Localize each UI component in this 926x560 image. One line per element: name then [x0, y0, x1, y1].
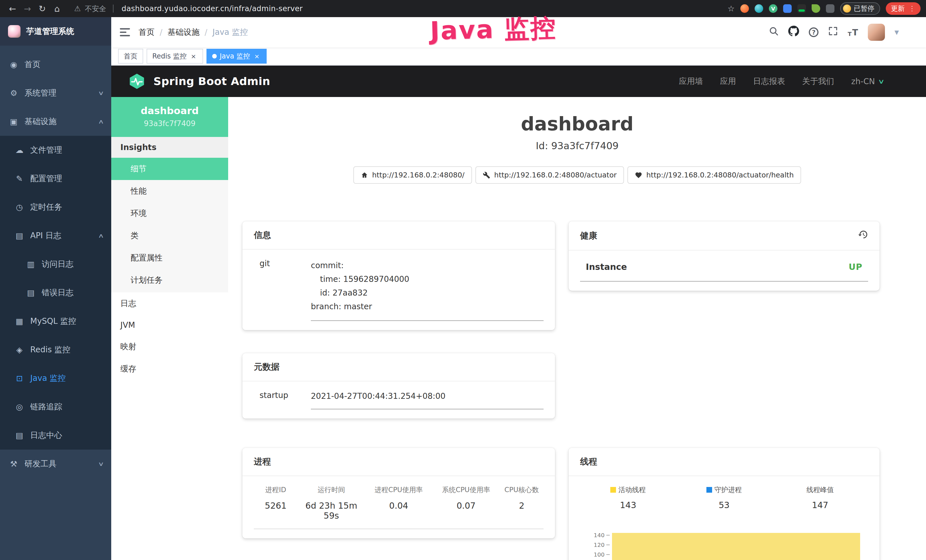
search-icon[interactable] — [769, 26, 779, 38]
browser-back-icon[interactable]: ← — [6, 2, 20, 15]
app-logo — [8, 25, 21, 38]
sidebar-item-mysql-monitor[interactable]: ▦ MySQL 监控 — [0, 307, 111, 336]
menu-item-classes[interactable]: 类 — [111, 224, 228, 247]
sidebar-item-label: 配置管理 — [30, 173, 62, 184]
tab-redis-monitor[interactable]: Redis 监控 × — [147, 49, 203, 64]
cloud-icon: ☁ — [15, 145, 24, 155]
security-warning-label[interactable]: 不安全 — [85, 4, 106, 14]
menu-item-details[interactable]: 细节 — [111, 158, 228, 180]
legend-label: 线程峰值 — [806, 485, 834, 494]
tick-label: 140 — [594, 532, 605, 539]
info-card: 信息 git commit: time: 1596289704000 id: 2… — [242, 221, 555, 330]
sba-nav-applications[interactable]: 应用 — [720, 76, 736, 87]
breadcrumb-infrastructure[interactable]: 基础设施 — [167, 27, 199, 38]
tab-java-monitor[interactable]: Java 监控 × — [206, 49, 266, 64]
sba-nav-journal[interactable]: 日志报表 — [753, 76, 785, 87]
extension-icon-6[interactable] — [812, 4, 820, 13]
locale-label: zh-CN — [851, 77, 875, 86]
browser-reload-icon[interactable]: ↻ — [35, 2, 49, 15]
sba-nav-wallboard[interactable]: 应用墙 — [679, 76, 703, 87]
browser-toolbar-right: ☆ V 已暂停 更新 ⋮ — [728, 2, 921, 15]
chevron-down-icon[interactable]: ▼ — [895, 29, 899, 36]
app-logo-row[interactable]: 芋道管理系统 — [0, 17, 111, 45]
instance-header[interactable]: dashboard 93a3fc7f7409 — [111, 97, 228, 137]
help-icon[interactable]: ? — [809, 27, 819, 37]
service-url-link[interactable]: http://192.168.0.2:48080/ — [353, 166, 472, 184]
threads-card-header: 线程 — [569, 448, 879, 476]
screen: ← → ↻ ⌂ ⚠ 不安全 dashboard.yudao.iocoder.cn… — [0, 0, 926, 560]
menu-item-scheduled-tasks[interactable]: 计划任务 — [111, 269, 228, 291]
extension-icon-5[interactable] — [797, 4, 806, 13]
process-stat-uptime: 运行时间 6d 23h 15m 59s — [298, 485, 365, 521]
close-icon[interactable]: × — [189, 52, 197, 60]
sidebar-item-java-monitor[interactable]: ⊡ Java 监控 — [0, 364, 111, 392]
sidebar-item-config-management[interactable]: ✎ 配置管理 — [0, 164, 111, 193]
sidebar-item-scheduled-jobs[interactable]: ◷ 定时任务 — [0, 193, 111, 221]
sidebar-item-log-center[interactable]: ▤ 日志中心 — [0, 421, 111, 450]
history-icon[interactable] — [858, 229, 868, 242]
menu-item-config-props[interactable]: 配置属性 — [111, 247, 228, 269]
sidebar-item-access-logs[interactable]: ▥ 访问日志 — [0, 250, 111, 278]
menu-item-performance[interactable]: 性能 — [111, 180, 228, 202]
menu-item-caches[interactable]: 缓存 — [111, 358, 228, 380]
bookmark-star-icon[interactable]: ☆ — [728, 4, 735, 14]
paused-extension-badge[interactable]: 已暂停 — [840, 2, 880, 15]
extension-icon-4[interactable] — [783, 4, 792, 13]
sidebar-item-infrastructure[interactable]: ▣ 基础设施 ∧ — [0, 107, 111, 136]
sidebar-item-trace[interactable]: ◎ 链路追踪 — [0, 392, 111, 421]
vue-devtools-extension-icon[interactable]: V — [769, 4, 778, 13]
menu-kebab-icon[interactable]: ⋮ — [909, 5, 915, 12]
close-icon[interactable]: × — [253, 52, 261, 60]
breadcrumb-home[interactable]: 首页 — [139, 27, 154, 38]
sba-content: dashboard Id: 93a3fc7f7409 http://192.16… — [228, 97, 926, 560]
extension-icon-2[interactable] — [755, 4, 763, 13]
update-button[interactable]: 更新 ⋮ — [886, 2, 921, 15]
sidebar-item-api-logs[interactable]: ▤ API 日志 ∧ — [0, 221, 111, 250]
fullscreen-icon[interactable] — [828, 26, 838, 38]
process-stat-header: 进程CPU使用率 — [365, 485, 432, 494]
extensions-puzzle-icon[interactable] — [826, 4, 834, 13]
url-text[interactable]: dashboard.yudao.iocoder.cn/infra/admin-s… — [121, 4, 303, 13]
sidebar-item-error-logs[interactable]: ▤ 错误日志 — [0, 278, 111, 307]
health-url-link[interactable]: http://192.168.0.2:48080/actuator/health — [627, 166, 801, 184]
avatar[interactable] — [868, 24, 885, 41]
sba-brand[interactable]: Spring Boot Admin — [153, 75, 270, 88]
sidebar-item-redis-monitor[interactable]: ◈ Redis 监控 — [0, 336, 111, 364]
browser-forward-icon[interactable]: → — [21, 2, 34, 15]
security-warning-icon[interactable]: ⚠ — [74, 4, 81, 13]
browser-home-icon[interactable]: ⌂ — [50, 2, 64, 15]
eye-icon: ◎ — [15, 402, 24, 412]
update-label: 更新 — [891, 4, 905, 13]
log-icon: ▤ — [26, 288, 35, 298]
sidebar-item-system-management[interactable]: ⚙ 系统管理 ∨ — [0, 79, 111, 107]
locale-select[interactable]: zh-CN ∨ — [851, 77, 884, 86]
instance-name: dashboard — [120, 105, 219, 117]
font-size-icon[interactable]: TT — [847, 27, 858, 37]
chevron-up-icon: ∧ — [98, 118, 104, 125]
sidebar-item-file-management[interactable]: ☁ 文件管理 — [0, 136, 111, 164]
sba-logo-icon — [128, 73, 145, 90]
breadcrumb-current: Java 监控 — [212, 27, 248, 38]
process-stat-value: 5261 — [254, 501, 298, 511]
sidebar-item-label: Java 监控 — [30, 373, 66, 384]
service-url-label: http://192.168.0.2:48080/ — [372, 171, 465, 179]
extension-icon-1[interactable] — [740, 4, 749, 13]
sidebar-item-dev-tools[interactable]: ⚒ 研发工具 ∨ — [0, 450, 111, 478]
threads-chart: 140 120 100 — [580, 532, 868, 560]
menu-item-mappings[interactable]: 映射 — [111, 336, 228, 358]
sba-sidebar: dashboard 93a3fc7f7409 Insights 细节 性能 环境… — [111, 97, 228, 560]
menu-item-logs[interactable]: 日志 — [111, 292, 228, 315]
tab-home[interactable]: 首页 — [118, 49, 143, 64]
actuator-url-link[interactable]: http://192.168.0.2:48080/actuator — [475, 166, 624, 184]
sba-nav-about[interactable]: 关于我们 — [802, 76, 834, 87]
process-stat-pid: 进程ID 5261 — [254, 485, 298, 521]
github-icon[interactable] — [788, 26, 799, 39]
menu-item-jvm[interactable]: JVM — [111, 315, 228, 336]
menu-item-environment[interactable]: 环境 — [111, 202, 228, 224]
sidebar-item-label: 文件管理 — [30, 145, 62, 156]
hamburger-icon[interactable] — [111, 28, 139, 37]
sidebar-item-home[interactable]: ◉ 首页 — [0, 50, 111, 79]
navbar-actions: ? TT ▼ — [769, 24, 926, 41]
metadata-card-header: 元数据 — [242, 353, 555, 381]
divider — [113, 5, 113, 12]
